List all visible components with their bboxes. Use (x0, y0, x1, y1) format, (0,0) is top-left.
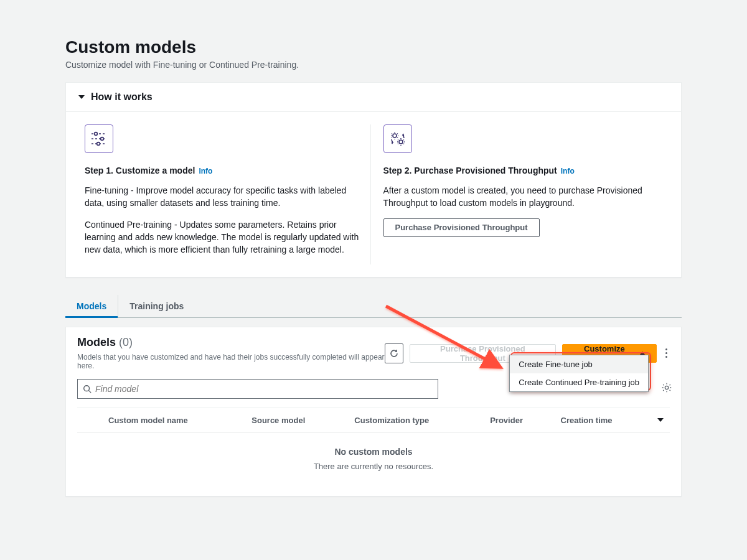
models-description: Models that you have customized and have… (77, 353, 385, 370)
col-custom-model-name[interactable]: Custom model name (102, 408, 245, 433)
step-1-info-link[interactable]: Info (199, 167, 212, 175)
models-title: Models (0) (77, 336, 133, 348)
gears-cycle-icon (383, 124, 412, 153)
how-it-works-panel: How it works Step 1. Customize a model (65, 82, 682, 278)
search-icon (83, 385, 92, 393)
refresh-button[interactable] (385, 343, 403, 363)
step-1-paragraph-1: Fine-tuning - Improve model accuracy for… (85, 184, 364, 210)
step-1-title: Step 1. Customize a model (85, 166, 195, 175)
caret-down-icon (78, 95, 85, 99)
step-1-paragraph-2: Continued Pre-training - Updates some pa… (85, 218, 364, 256)
svg-point-7 (399, 140, 403, 144)
settings-button[interactable] (661, 382, 672, 396)
svg-point-8 (84, 386, 90, 391)
col-source-model[interactable]: Source model (245, 408, 348, 433)
sort-desc-icon (657, 418, 664, 422)
search-input[interactable] (95, 384, 433, 394)
table-header-row: Custom model name Source model Customiza… (77, 408, 670, 433)
purchase-throughput-button[interactable]: Purchase Provisioned Throughput (383, 218, 540, 237)
col-customization-type[interactable]: Customization type (348, 408, 484, 433)
empty-state-title: No custom models (77, 433, 670, 462)
svg-point-10 (665, 386, 668, 390)
svg-point-5 (97, 142, 100, 146)
gear-icon (661, 382, 672, 393)
svg-line-9 (89, 391, 92, 393)
step-2-title: Step 2. Purchase Provisioned Throughput (383, 166, 557, 175)
step-1: Step 1. Customize a model Info Fine-tuni… (78, 124, 370, 264)
tab-training-jobs[interactable]: Training jobs (118, 295, 195, 317)
step-2-info-link[interactable]: Info (561, 167, 575, 175)
how-it-works-title: How it works (91, 91, 153, 103)
dropdown-create-fine-tune[interactable]: Create Fine-tune job (510, 355, 648, 373)
tabs: Models Training jobs (65, 295, 682, 318)
more-actions-button[interactable] (663, 346, 670, 360)
svg-point-1 (95, 133, 98, 136)
sliders-icon (85, 124, 113, 153)
step-2-paragraph: After a custom model is created, you nee… (383, 184, 663, 210)
customize-model-dropdown: Create Fine-tune job Create Continued Pr… (509, 355, 649, 392)
page-subtitle: Customize model with Fine-tuning or Cont… (65, 60, 682, 70)
how-it-works-toggle[interactable]: How it works (66, 83, 681, 112)
dropdown-create-continued-pretraining[interactable]: Create Continued Pre-training job (510, 373, 648, 391)
col-creation-time[interactable]: Creation time (555, 408, 670, 433)
refresh-icon (389, 348, 399, 358)
models-count: (0) (119, 336, 133, 348)
search-box[interactable] (77, 379, 438, 399)
svg-point-3 (101, 138, 104, 141)
models-table: Custom model name Source model Customiza… (77, 408, 670, 433)
col-provider[interactable]: Provider (484, 408, 554, 433)
svg-point-6 (393, 134, 397, 138)
step-2: Step 2. Purchase Provisioned Throughput … (370, 124, 669, 264)
models-panel: Models (0) Models that you have customiz… (65, 327, 682, 497)
page-title: Custom models (65, 37, 682, 57)
empty-state-subtitle: There are currently no resources. (77, 462, 670, 471)
tab-models[interactable]: Models (65, 295, 118, 317)
